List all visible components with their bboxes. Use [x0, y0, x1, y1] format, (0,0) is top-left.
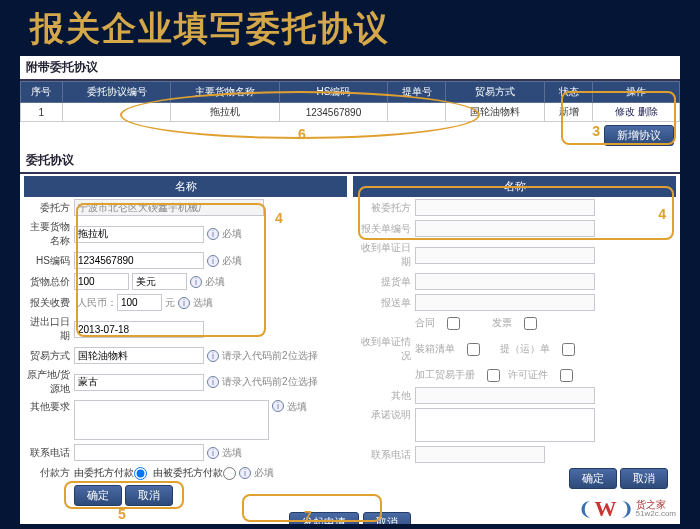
- annotation-4b: 4: [658, 206, 666, 222]
- cell-status: 新增: [544, 103, 592, 122]
- cb-cert-label: 许可证件: [508, 368, 548, 382]
- fee-unit: 元: [165, 296, 175, 310]
- fee-currency: 人民币：: [77, 296, 117, 310]
- date-input[interactable]: [74, 321, 204, 338]
- info-icon: i: [207, 255, 219, 267]
- send-input[interactable]: [415, 294, 595, 311]
- cb-contract-label: 合同: [415, 316, 435, 330]
- logo-w-icon: W: [595, 496, 617, 522]
- cb-bill[interactable]: [562, 343, 575, 356]
- date-label: 进出口日期: [24, 315, 74, 343]
- th-no: 委托协议编号: [62, 82, 171, 103]
- phone-input[interactable]: [74, 444, 204, 461]
- origin-input[interactable]: [74, 374, 204, 391]
- delete-link[interactable]: 删除: [638, 106, 658, 117]
- info-icon: i: [190, 276, 202, 288]
- docs-label: 收到单证情况: [353, 335, 415, 363]
- cb-invoice-label: 发票: [492, 316, 512, 330]
- optional-hint: 选填: [287, 400, 307, 414]
- info-icon: i: [207, 228, 219, 240]
- cell-trade: 国轮油物料: [446, 103, 545, 122]
- hs-input[interactable]: [74, 252, 204, 269]
- agreement-table: 序号 委托协议编号 主要货物名称 HS编码 提单号 贸易方式 状态 操作 1 拖…: [20, 81, 680, 122]
- trade-hint: 请录入代码前2位选择: [222, 349, 318, 363]
- wreath-icon: ❩: [619, 498, 634, 520]
- annotation-4: 4: [275, 210, 283, 226]
- required-hint: 必填: [222, 254, 242, 268]
- right-panel-header: 名称: [353, 176, 676, 197]
- cb-manual[interactable]: [487, 369, 500, 382]
- currency-input[interactable]: [132, 273, 187, 290]
- client-label: 委托方: [24, 201, 74, 215]
- required-hint: 必填: [254, 466, 274, 480]
- logo-url: 51w2c.com: [636, 510, 676, 518]
- goods-label: 主要货物名称: [24, 220, 74, 248]
- beclient-input[interactable]: [415, 199, 595, 216]
- info-icon: i: [239, 467, 251, 479]
- client-input[interactable]: [74, 199, 264, 216]
- th-status: 状态: [544, 82, 592, 103]
- th-op: 操作: [593, 82, 680, 103]
- cb-bill-label: 提（运）单: [500, 342, 550, 356]
- trade-input[interactable]: [74, 347, 204, 364]
- r-other-input[interactable]: [415, 387, 595, 404]
- wreath-icon: ❨: [578, 498, 593, 520]
- send-label: 报送单: [353, 296, 415, 310]
- cb-packing-label: 装箱清单: [415, 342, 455, 356]
- slide-title: 报关企业填写委托协议: [0, 0, 700, 56]
- hs-label: HS编码: [24, 254, 74, 268]
- th-goods: 主要货物名称: [171, 82, 280, 103]
- right-ok-button[interactable]: 确定: [569, 468, 617, 489]
- bottom-cancel-button[interactable]: 取消: [363, 512, 411, 524]
- cb-cert[interactable]: [560, 369, 573, 382]
- r-phone-input[interactable]: [415, 446, 545, 463]
- fee-input[interactable]: [117, 294, 162, 311]
- goods-input[interactable]: [74, 226, 204, 243]
- pay-opt2-radio[interactable]: [223, 467, 236, 480]
- app-screenshot: 附带委托协议 序号 委托协议编号 主要货物名称 HS编码 提单号 贸易方式 状态…: [20, 56, 680, 524]
- right-cancel-button[interactable]: 取消: [620, 468, 668, 489]
- table-row: 1 拖拉机 1234567890 国轮油物料 新增 修改 删除: [21, 103, 680, 122]
- optional-hint: 选填: [222, 446, 242, 460]
- cell-goods: 拖拉机: [171, 103, 280, 122]
- info-icon: i: [178, 297, 190, 309]
- submit-button[interactable]: 发起申请: [289, 512, 359, 524]
- pay-opt1-radio[interactable]: [134, 467, 147, 480]
- note-textarea[interactable]: [415, 408, 595, 442]
- right-panel: 名称 被委托方 报关单编号 收到单证日期 提货单 报送单 合同 发票 收到单证情…: [353, 176, 676, 506]
- cb-invoice[interactable]: [524, 317, 537, 330]
- left-ok-button[interactable]: 确定: [74, 485, 122, 506]
- th-idx: 序号: [21, 82, 63, 103]
- left-cancel-button[interactable]: 取消: [125, 485, 173, 506]
- watermark-logo: ❨ W ❩ 货之家 51w2c.com: [578, 496, 676, 522]
- price-label: 货物总价: [24, 275, 74, 289]
- section-attached-title: 附带委托协议: [20, 56, 680, 81]
- beclient-label: 被委托方: [353, 201, 415, 215]
- cb-manual-label: 加工贸易手册: [415, 368, 475, 382]
- add-agreement-button[interactable]: 新增协议: [604, 125, 674, 146]
- r-phone-label: 联系电话: [353, 448, 415, 462]
- r-other-label: 其他: [353, 389, 415, 403]
- info-icon: i: [207, 350, 219, 362]
- recv-input[interactable]: [415, 247, 595, 264]
- cb-packing[interactable]: [467, 343, 480, 356]
- annotation-6: 6: [298, 126, 306, 142]
- fee-label: 报关收费: [24, 296, 74, 310]
- edit-link[interactable]: 修改: [615, 106, 635, 117]
- section-agreement-title: 委托协议: [20, 149, 680, 174]
- cb-contract[interactable]: [447, 317, 460, 330]
- trade-label: 贸易方式: [24, 349, 74, 363]
- optional-hint: 选填: [193, 296, 213, 310]
- billno-input[interactable]: [415, 220, 595, 237]
- other-label: 其他要求: [24, 400, 74, 414]
- th-hs: HS编码: [279, 82, 387, 103]
- origin-hint: 请录入代码前2位选择: [222, 375, 318, 389]
- annotation-3: 3: [592, 123, 600, 139]
- other-textarea[interactable]: [74, 400, 269, 440]
- info-icon: i: [207, 447, 219, 459]
- price-input[interactable]: [74, 273, 129, 290]
- cell-idx: 1: [21, 103, 63, 122]
- recv-label: 收到单证日期: [353, 241, 415, 269]
- lading-input[interactable]: [415, 273, 595, 290]
- annotation-5: 5: [118, 506, 126, 522]
